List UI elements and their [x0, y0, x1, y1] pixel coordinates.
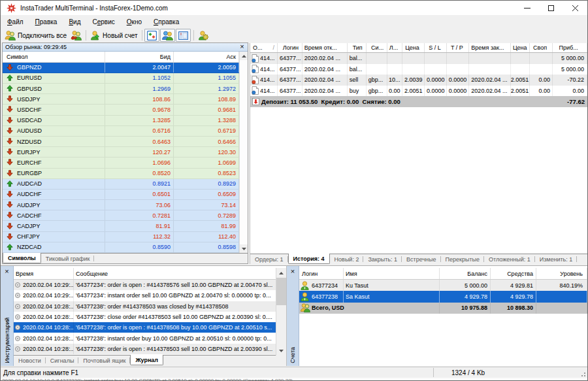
column-login[interactable]: Логин: [299, 268, 344, 279]
journal-tab[interactable]: Сигналы: [46, 356, 79, 365]
history-tab[interactable]: Новый: 2: [330, 254, 364, 264]
column-profit[interactable]: Приб...: [553, 43, 587, 52]
column-swap[interactable]: Своп: [530, 43, 553, 52]
scroll-up-icon[interactable]: [240, 52, 248, 60]
journal-tab[interactable]: Почтовый ящик: [78, 356, 130, 365]
scroll-down-icon[interactable]: [240, 244, 248, 253]
history-tab[interactable]: Изменить: 1: [535, 254, 578, 264]
column-close-time[interactable]: Время зак...: [469, 43, 511, 52]
journal-row[interactable]: 2020.02.04 10:28:... '64377238': order i…: [14, 322, 286, 333]
title-bar[interactable]: InstaTrader MultiTerminal - InstaForex-1…: [1, 1, 587, 15]
column-level[interactable]: Уровень: [536, 268, 587, 279]
column-order[interactable]: О.../: [250, 43, 278, 52]
market-watch-row[interactable]: AUDCAD 0.8921 0.8929: [3, 179, 239, 190]
column-ask[interactable]: Аск: [174, 52, 239, 62]
market-watch-row[interactable]: NZDUSD 0.6463 0.6466: [3, 137, 239, 147]
market-watch-row[interactable]: AUDCHF 0.6501 0.6509: [3, 190, 239, 200]
market-watch-row[interactable]: USDCAD 1.3285 1.3288: [3, 116, 239, 126]
market-watch-row[interactable]: EURUSD 1.1052 1.1055: [3, 73, 239, 84]
market-watch-row[interactable]: USDCHF 0.9678 0.9681: [3, 105, 239, 115]
column-balance[interactable]: Баланс: [440, 268, 491, 279]
close-button[interactable]: [563, 1, 587, 15]
menu-item[interactable]: Справка: [148, 16, 185, 27]
history-tab[interactable]: Отложенный: 1: [484, 254, 535, 264]
journal-tab[interactable]: Новости: [14, 356, 46, 365]
account-row[interactable]: 64377234 Ku Tasut 5 000.00 4 929.81 840.…: [299, 280, 587, 291]
market-watch-row[interactable]: EURCHF 1.0696 1.0699: [3, 157, 239, 168]
column-open-time[interactable]: Время отк...: [302, 43, 348, 52]
disconnect-all-button[interactable]: [69, 29, 84, 42]
history-tab[interactable]: Ордеры: 1: [250, 254, 288, 264]
column-message[interactable]: Сообщение: [74, 268, 286, 279]
column-bid[interactable]: Бид: [105, 52, 174, 62]
order-open-price: [402, 53, 425, 64]
market-watch-scrollbar[interactable]: [239, 52, 248, 253]
terminal-toggle[interactable]: [176, 29, 191, 42]
market-watch-row[interactable]: EURJPY 120.27 120.30: [3, 147, 239, 157]
journal-tab[interactable]: Журнал: [130, 355, 163, 365]
menu-item[interactable]: Окно: [121, 16, 148, 27]
market-watch-toggle[interactable]: [144, 29, 159, 42]
accounts-toggle[interactable]: [160, 29, 175, 42]
history-row[interactable]: 414... 64377... 2020.02.04 ... bal... 5 …: [250, 53, 587, 64]
history-tab[interactable]: Перекрытые: [441, 254, 485, 264]
options-button[interactable]: [196, 29, 211, 42]
history-tab[interactable]: Закрыть: 1: [363, 254, 402, 264]
history-row[interactable]: 414... 64377... 2020.02.04 ... bal... 5 …: [250, 64, 587, 75]
column-tp[interactable]: T / P: [447, 43, 469, 52]
column-sl[interactable]: S / L: [425, 43, 447, 52]
market-watch-row[interactable]: USDJPY 108.86 108.89: [3, 94, 239, 105]
account-row[interactable]: 64377238 Sa Kasut 4 929.78 4 929.78: [299, 291, 587, 302]
market-watch-row[interactable]: CHFJPY 112.32 112.40: [3, 232, 239, 242]
market-watch-tab[interactable]: Тиковый график: [41, 254, 95, 263]
market-watch-row[interactable]: NZDCAD 0.8590 0.8598: [3, 242, 239, 253]
market-watch-caption[interactable]: Обзор рынка: 09:29:45 ×: [3, 43, 248, 52]
column-symbol[interactable]: Си...: [367, 43, 387, 52]
market-watch-close-icon[interactable]: ×: [238, 43, 246, 50]
maximize-button[interactable]: [539, 1, 563, 15]
minimize-button[interactable]: [515, 1, 539, 15]
column-close-price[interactable]: Цена: [511, 43, 530, 52]
column-equity[interactable]: Средства: [491, 268, 536, 279]
menu-item[interactable]: Файл: [1, 16, 29, 27]
history-row[interactable]: 414... 64377... 2020.02.04 ... buy gbp..…: [250, 86, 587, 97]
resize-grip-icon[interactable]: [580, 371, 586, 377]
market-watch-row[interactable]: CADJPY 81.91 81.99: [3, 221, 239, 231]
market-watch-tab[interactable]: Символы: [3, 253, 41, 263]
column-open-price[interactable]: Цена: [402, 43, 425, 52]
journal-row[interactable]: 2020.02.04 10:28:... '64377238': order i…: [14, 344, 286, 354]
column-name[interactable]: Имя: [344, 268, 440, 279]
account-row[interactable]: Всего, USD 10 975.88 10 898.30: [299, 303, 587, 314]
journal-row[interactable]: 2020.02.04 10:28:... '64377238': order #…: [14, 301, 286, 312]
journal-row[interactable]: 2020.02.04 10:28:... '64377238': instant…: [14, 333, 286, 343]
market-watch-row[interactable]: AUDJPY 73.06 73.14: [3, 200, 239, 210]
market-watch-row[interactable]: GBPNZD 2.0047 2.0059: [3, 63, 239, 73]
market-watch-row[interactable]: EURGBP 0.8520 0.8523: [3, 169, 239, 179]
column-time[interactable]: Время: [14, 268, 74, 279]
column-login[interactable]: Логин: [278, 43, 302, 52]
journal-row[interactable]: 2020.02.04 10:28:... '64377238': close o…: [14, 312, 286, 322]
menu-item[interactable]: Вид: [63, 16, 86, 27]
journal-row[interactable]: 2020.02.04 10:29:... '64377234': instant…: [14, 290, 286, 301]
column-lots[interactable]: Л...: [387, 43, 402, 52]
menu-item[interactable]: Правка: [29, 16, 63, 27]
journal-scrollbar[interactable]: [276, 268, 286, 356]
history-row[interactable]: 414... 64377... 2020.02.04 ... sell gbp.…: [250, 75, 587, 86]
history-tab[interactable]: Встречные: [402, 254, 440, 264]
scrollbar-trough[interactable]: [276, 305, 286, 346]
connect-all-button[interactable]: Подключить все: [3, 29, 69, 42]
market-watch-row[interactable]: GBPUSD 1.2969 1.2972: [3, 84, 239, 94]
scroll-up-icon[interactable]: [276, 268, 286, 278]
menu-item[interactable]: Сервис: [86, 16, 120, 27]
scroll-down-icon[interactable]: [276, 346, 286, 356]
scrollbar-thumb[interactable]: [276, 278, 286, 305]
market-watch-row[interactable]: AUDUSD 0.6716 0.6719: [3, 126, 239, 137]
column-type[interactable]: Тип: [348, 43, 367, 52]
new-account-button[interactable]: Новый счет: [88, 29, 140, 42]
column-symbol[interactable]: Символ: [3, 52, 105, 62]
toolbox-close-icon[interactable]: ×: [3, 267, 11, 275]
history-tab[interactable]: История: 4: [288, 254, 330, 264]
journal-row[interactable]: 2020.02.04 10:29:... '64377234': order i…: [14, 280, 286, 290]
market-watch-row[interactable]: CADCHF 0.7281 0.7289: [3, 210, 239, 221]
accounts-close-icon[interactable]: ×: [289, 267, 297, 275]
